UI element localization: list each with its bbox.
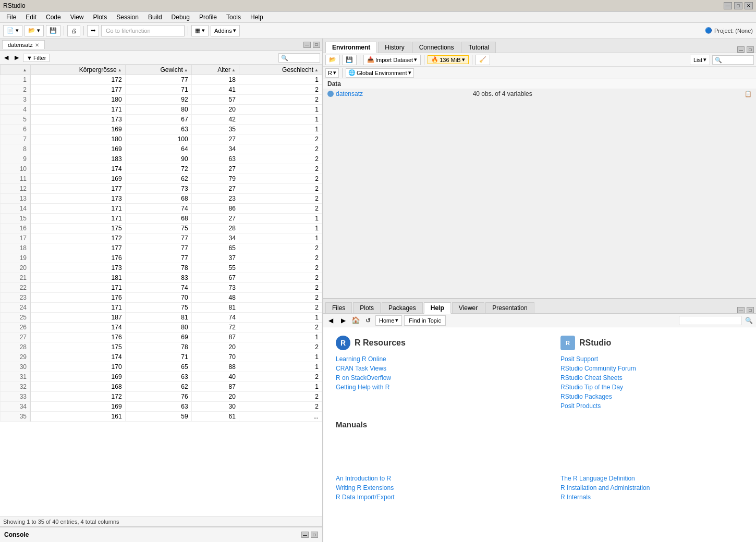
table-row: 2417175812	[1, 303, 322, 313]
tab-packages[interactable]: Packages	[382, 302, 423, 313]
nav-forward-button[interactable]: ▶	[13, 54, 21, 61]
link-stackoverflow[interactable]: R on StackOverflow	[336, 374, 519, 381]
menu-file[interactable]: File	[2, 13, 20, 22]
tab-help[interactable]: Help	[424, 302, 451, 314]
menu-profile[interactable]: Profile	[195, 13, 221, 22]
table-row: 318092572	[1, 95, 322, 105]
save-workspace-button[interactable]: 💾	[342, 55, 357, 65]
menu-view[interactable]: View	[66, 13, 88, 22]
help-search-icon[interactable]: 🔍	[743, 315, 754, 326]
tab-connections[interactable]: Connections	[412, 42, 461, 53]
menu-code[interactable]: Code	[42, 13, 65, 22]
minimize-button[interactable]: —	[724, 2, 732, 9]
top-right-minimize[interactable]: —	[737, 46, 745, 53]
close-button[interactable]: ✕	[745, 2, 753, 9]
filter-button[interactable]: ▼ Filter	[23, 54, 50, 62]
find-topic-button[interactable]: Find in Topic	[404, 315, 446, 326]
open-dropdown-icon: ▾	[37, 27, 40, 34]
bottom-right-maximize[interactable]: □	[747, 307, 754, 313]
global-environment-selector[interactable]: 🌐 Global Environment ▾	[346, 68, 414, 78]
link-community-forum[interactable]: RStudio Community Forum	[560, 365, 743, 372]
menubar: File Edit Code View Plots Session Build …	[0, 11, 756, 23]
save-button[interactable]: 💾	[46, 25, 60, 36]
global-env-label: Global Environment	[357, 70, 407, 76]
print-button[interactable]: 🖨	[67, 25, 80, 36]
link-posit-products[interactable]: Posit Products	[560, 402, 743, 410]
menu-help[interactable]: Help	[246, 13, 267, 22]
dataset-name[interactable]: datensatz	[336, 90, 471, 97]
tab-files[interactable]: Files	[325, 302, 352, 313]
data-table-container[interactable]: ▲ Körpergrösse ▲ G	[0, 65, 322, 516]
addins-button[interactable]: Addins ▾	[211, 25, 240, 36]
r-selector[interactable]: R ▾	[325, 68, 339, 78]
help-home-button[interactable]: 🏠	[350, 315, 361, 326]
home-dropdown-button[interactable]: Home ▾	[375, 315, 402, 326]
link-data-import[interactable]: R Data Import/Export	[336, 494, 519, 501]
link-writing-extensions[interactable]: Writing R Extensions	[336, 484, 519, 491]
link-learning-r[interactable]: Learning R Online	[336, 355, 519, 363]
table-row: 1116962792	[1, 174, 322, 184]
new-file-button[interactable]: 📄 ▾	[3, 25, 22, 36]
project-label: Project: (None)	[714, 28, 753, 34]
menu-tools[interactable]: Tools	[222, 13, 245, 22]
help-search-input[interactable]	[679, 316, 741, 325]
help-refresh-button[interactable]: ↺	[363, 315, 373, 326]
link-internals[interactable]: R Internals	[560, 494, 743, 501]
col-header-geschlecht[interactable]: Geschlecht ▲	[239, 65, 322, 75]
link-intro-r[interactable]: An Introduction to R	[336, 475, 519, 482]
list-view-button[interactable]: List ▾	[690, 55, 710, 65]
tab-presentation[interactable]: Presentation	[485, 302, 534, 313]
console-controls: — □	[301, 532, 318, 538]
col-header-gewicht[interactable]: Gewicht ▲	[125, 65, 191, 75]
env-search-input[interactable]	[712, 55, 754, 65]
import-dataset-button[interactable]: 📥 Import Dataset ▾	[363, 55, 421, 65]
maximize-button[interactable]: □	[734, 2, 742, 9]
data-viewer-maximize[interactable]: □	[313, 42, 320, 48]
menu-build[interactable]: Build	[144, 13, 166, 22]
dataset-view-icon[interactable]: 📋	[745, 91, 752, 97]
data-viewer-minimize[interactable]: —	[303, 42, 311, 48]
col-header-alter[interactable]: Alter ▲	[191, 65, 239, 75]
table-row: 3416963302	[1, 402, 322, 412]
table-row: 2017378552	[1, 263, 322, 273]
env-sep	[360, 55, 360, 65]
titlebar: RStudio — □ ✕	[0, 0, 756, 11]
menu-debug[interactable]: Debug	[167, 13, 194, 22]
go-to-file-button[interactable]: ➡	[87, 25, 99, 36]
menu-edit[interactable]: Edit	[21, 13, 41, 22]
load-workspace-button[interactable]: 📂	[325, 55, 340, 65]
link-posit-support[interactable]: Posit Support	[560, 355, 743, 363]
tab-environment[interactable]: Environment	[325, 42, 377, 53]
data-tab-datensatz[interactable]: datensatz ✕	[2, 40, 45, 49]
help-back-button[interactable]: ◀	[325, 315, 336, 326]
console-label: Console	[4, 531, 29, 538]
link-cran-task[interactable]: CRAN Task Views	[336, 365, 519, 372]
console-maximize[interactable]: □	[311, 532, 318, 538]
col-header-koerper[interactable]: Körpergrösse ▲	[30, 65, 125, 75]
open-file-button[interactable]: 📂 ▾	[25, 25, 44, 36]
tab-plots[interactable]: Plots	[353, 302, 381, 313]
menu-session[interactable]: Session	[112, 13, 143, 22]
link-installation[interactable]: R Installation and Administration	[560, 484, 743, 491]
data-tab-close-icon[interactable]: ✕	[35, 42, 39, 48]
bottom-right-minimize[interactable]: —	[737, 307, 745, 313]
tab-history[interactable]: History	[378, 42, 411, 53]
manuals-right-column: The R Language Definition R Installation…	[560, 475, 743, 503]
link-rstudio-packages[interactable]: RStudio Packages	[560, 393, 743, 400]
console-minimize[interactable]: —	[301, 532, 309, 538]
menu-plots[interactable]: Plots	[89, 13, 112, 22]
link-getting-help[interactable]: Getting Help with R	[336, 384, 519, 391]
top-right-maximize[interactable]: □	[747, 46, 754, 53]
link-language-def[interactable]: The R Language Definition	[560, 475, 743, 482]
tab-viewer[interactable]: Viewer	[452, 302, 484, 313]
tab-tutorial[interactable]: Tutorial	[461, 42, 496, 53]
link-cheat-sheets[interactable]: RStudio Cheat Sheets	[560, 374, 743, 381]
data-search-input[interactable]	[278, 53, 320, 63]
grid-button[interactable]: ▦ ▾	[191, 25, 209, 36]
help-forward-button[interactable]: ▶	[338, 315, 348, 326]
nav-back-button[interactable]: ◀	[2, 54, 10, 61]
clear-env-button[interactable]: 🧹	[475, 55, 490, 65]
data-viewer: datensatz ✕ — □ ◀ ▶ ▼ Filter	[0, 39, 322, 526]
r-logo-row: R R Resources	[336, 336, 519, 350]
link-tip-of-day[interactable]: RStudio Tip of the Day	[560, 384, 743, 391]
